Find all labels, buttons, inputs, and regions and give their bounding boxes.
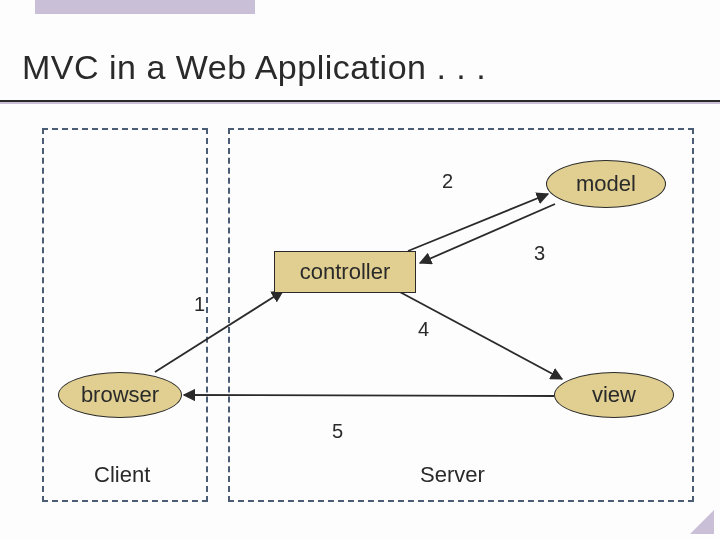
view-label: view	[592, 382, 636, 408]
client-group-box	[42, 128, 208, 502]
view-node: view	[554, 372, 674, 418]
edge-label-2: 2	[442, 170, 453, 193]
browser-label: browser	[81, 382, 159, 408]
server-group-label: Server	[420, 462, 485, 488]
controller-label: controller	[300, 259, 390, 285]
edge-label-4: 4	[418, 318, 429, 341]
edge-label-5: 5	[332, 420, 343, 443]
page-curl-icon	[690, 510, 714, 534]
edge-label-1: 1	[194, 293, 205, 316]
model-node: model	[546, 160, 666, 208]
slide: MVC in a Web Application . . . browser c…	[0, 0, 720, 540]
model-label: model	[576, 171, 636, 197]
decorative-top-bar	[35, 0, 255, 14]
browser-node: browser	[58, 372, 182, 418]
controller-node: controller	[274, 251, 416, 293]
slide-title: MVC in a Web Application . . .	[22, 48, 486, 87]
title-underline	[0, 100, 720, 102]
edge-label-3: 3	[534, 242, 545, 265]
client-group-label: Client	[94, 462, 150, 488]
